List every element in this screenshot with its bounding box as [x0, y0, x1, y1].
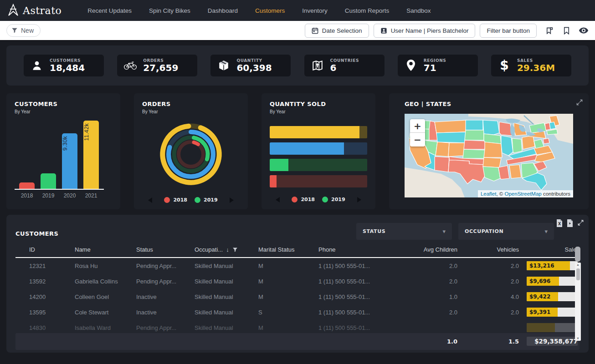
column-header-avg-children[interactable]: Avg Children: [394, 246, 457, 253]
attr-sep: , ©: [496, 191, 504, 197]
zoom-out-button[interactable]: −: [410, 133, 425, 147]
table-header-row: IDNameStatusOccupati...↓Marital StatusPh…: [15, 246, 580, 258]
column-header-occupati[interactable]: Occupati...↓: [195, 246, 258, 253]
eye-icon[interactable]: [579, 25, 589, 35]
cell-vehicles: 2.0: [457, 278, 519, 285]
user-name-button[interactable]: User Name | Piers Batchelor: [374, 24, 476, 38]
sales-bar: [527, 323, 578, 332]
cell: M: [258, 263, 318, 269]
customers-icon: [30, 60, 44, 71]
leaflet-link[interactable]: Leaflet: [481, 191, 497, 197]
column-header-name[interactable]: Name: [75, 246, 136, 253]
legend-dot: [322, 197, 328, 202]
cell: Pending Appr...: [136, 278, 195, 285]
sales-bar-fill: $9,422: [527, 292, 558, 301]
column-header-status[interactable]: Status: [136, 246, 195, 253]
legend-next-arrow[interactable]: [230, 197, 234, 203]
kpi-card-countries: COUNTRIES6: [304, 55, 385, 76]
date-selection-button[interactable]: Date Selection: [305, 24, 369, 38]
expand-icon[interactable]: [576, 99, 583, 106]
cell-sales: $9,391: [519, 308, 580, 317]
scrollbar-thumb[interactable]: [576, 268, 580, 280]
bookmark-icon[interactable]: [561, 25, 571, 35]
bar-value-label: 9.30k: [62, 136, 77, 151]
chevron-down-icon: ▾: [544, 228, 548, 235]
ring-arc-2018[interactable]: [176, 139, 205, 169]
table-row[interactable]: 14200Colleen GoelInactiveSkilled ManualM…: [15, 289, 580, 304]
status-dropdown[interactable]: STATUS ▾: [356, 223, 452, 240]
progress-fill-2021[interactable]: [270, 126, 359, 138]
kpi-card-customers: CUSTOMERS18,484: [24, 55, 104, 76]
table-row[interactable]: 13595Cole StewartInactiveSkilled ManualS…: [15, 304, 580, 320]
vertical-scrollbar[interactable]: ▲ ▼: [575, 263, 581, 341]
bookmark-add-icon[interactable]: [544, 25, 554, 35]
legend-item-2019[interactable]: 2019: [195, 197, 218, 203]
us-states-map[interactable]: + − Leaflet, © OpenStreetMap contributor…: [405, 114, 573, 197]
sort-desc-icon[interactable]: ↓: [226, 246, 229, 253]
column-header-phone[interactable]: Phone: [318, 246, 394, 253]
column-header-label: Name: [75, 246, 91, 253]
column-header-marital-status[interactable]: Marital Status: [258, 246, 318, 253]
osm-link[interactable]: OpenStreetMap: [505, 191, 542, 197]
new-filter-chip[interactable]: New: [6, 24, 41, 37]
sales-bar-fill: $9,696: [527, 277, 559, 286]
progress-fill-2019[interactable]: [270, 159, 288, 171]
svg-text:X: X: [558, 222, 561, 226]
kpi-value: 27,659: [143, 63, 178, 73]
sales-bar: $9,391: [527, 308, 578, 317]
cell-avg-children: 2.0: [394, 309, 457, 316]
legend-prev-arrow[interactable]: [148, 197, 152, 203]
bar-2018[interactable]: [19, 182, 35, 189]
legend-next-arrow[interactable]: [357, 197, 361, 202]
cell: M: [258, 278, 318, 285]
customers-chart-title: CUSTOMERS: [15, 101, 112, 107]
table-totals-row: 1.0 1.5 $29,358,677: [15, 333, 580, 350]
astrato-brand[interactable]: Astrato: [7, 4, 62, 17]
expand-icon[interactable]: [577, 219, 584, 227]
progress-fill-2018[interactable]: [270, 175, 277, 187]
scroll-up-arrow[interactable]: ▲: [576, 263, 580, 267]
nav-item-customers[interactable]: Customers: [255, 7, 285, 14]
nav-item-spin-city-bikes[interactable]: Spin City Bikes: [149, 7, 190, 14]
quantity-legend: 20182019: [270, 197, 367, 202]
cell: 1 (11) 500 555-01...: [318, 309, 394, 316]
kpi-value: 60,398: [236, 63, 272, 73]
filter-toolbar: New Date Selection User Name | Piers Bat…: [0, 21, 595, 41]
nav-item-recent-updates[interactable]: Recent Updates: [87, 7, 132, 14]
date-selection-label: Date Selection: [322, 27, 362, 34]
legend-item-2019[interactable]: 2019: [322, 197, 345, 202]
bar-2019[interactable]: [41, 173, 56, 189]
progress-fill-2020[interactable]: [270, 142, 344, 155]
filter-bar-button[interactable]: Filter bar button: [480, 24, 537, 38]
column-filter-icon[interactable]: [232, 247, 238, 253]
nav-item-custom-reports[interactable]: Custom Reports: [345, 7, 390, 14]
ring-arc-2021[interactable]: [155, 118, 227, 191]
column-header-vehicles[interactable]: Vehicles: [457, 246, 519, 253]
nav-item-inventory[interactable]: Inventory: [302, 7, 328, 14]
occupation-dropdown[interactable]: OCCUPATION ▾: [458, 223, 554, 240]
orders-chart-card: ORDERS By Year 20182019: [134, 93, 248, 209]
legend-item-2018[interactable]: 2018: [292, 197, 315, 202]
export-document-icon[interactable]: [567, 219, 573, 227]
table-row[interactable]: 13592Gabriella CollinsPending Appr...Ski…: [15, 273, 580, 289]
nav-item-dashboard[interactable]: Dashboard: [208, 7, 238, 14]
kpi-label: REGIONS: [424, 58, 446, 63]
table-row[interactable]: 12321Rosa HuPending Appr...Skilled Manua…: [15, 258, 580, 273]
cell: 13592: [15, 278, 75, 285]
bar-2020[interactable]: 9.30k: [62, 133, 77, 189]
column-header-label: Phone: [318, 246, 336, 253]
orders-chart-title: ORDERS: [142, 101, 240, 107]
bar-2021[interactable]: 11.42k: [83, 121, 99, 189]
legend-prev-arrow[interactable]: [276, 197, 280, 202]
legend-item-2018[interactable]: 2018: [164, 197, 187, 203]
zoom-in-button[interactable]: +: [410, 119, 425, 133]
top-nav-bar: Astrato Recent UpdatesSpin City BikesDas…: [0, 0, 595, 21]
customers-chart-card: CUSTOMERS By Year 9.30k11.42k 2018201920…: [6, 93, 120, 209]
column-header-sales[interactable]: Sales: [519, 246, 580, 253]
column-header-id[interactable]: ID: [15, 246, 75, 253]
nav-item-sandbox[interactable]: Sandbox: [406, 7, 431, 14]
export-excel-icon[interactable]: X: [556, 219, 563, 227]
orders-chart-subtitle: By Year: [142, 109, 240, 114]
countries-icon: [311, 60, 324, 71]
cell: 1 (11) 500 555-01...: [318, 278, 394, 285]
